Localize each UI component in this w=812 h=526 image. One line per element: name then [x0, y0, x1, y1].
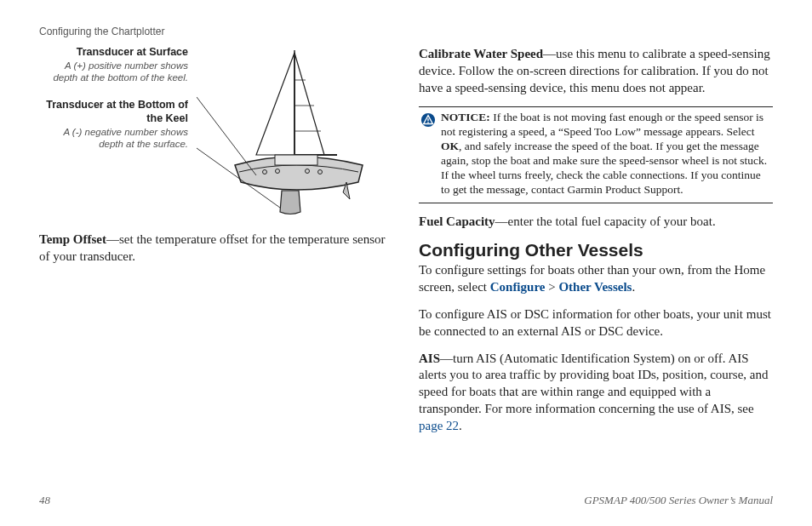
svg-line-10 — [197, 97, 256, 175]
section-heading-other-vessels: Configuring Other Vessels — [419, 240, 773, 260]
page: Configuring the Chartplotter Transducer … — [0, 0, 812, 526]
fuel-head: Fuel Capacity — [419, 214, 495, 228]
running-head: Configuring the Chartplotter — [39, 26, 773, 37]
calibrate-paragraph: Calibrate Water Speed—use this menu to c… — [419, 46, 773, 96]
figure-labels: Transducer at Surface A (+) positive num… — [39, 46, 188, 216]
ais-period: . — [459, 419, 462, 432]
left-column: Transducer at Surface A (+) positive num… — [39, 46, 393, 445]
label-surface-sub: A (+) positive number shows depth at the… — [39, 60, 188, 84]
label-keel-title: Transducer at the Bottom of the Keel — [39, 99, 188, 125]
temp-offset-paragraph: Temp Offset—set the temperature offset f… — [39, 232, 393, 266]
calibrate-head: Calibrate Water Speed — [419, 47, 543, 60]
ais-paragraph: AIS—turn AIS (Automatic Identification S… — [419, 351, 773, 435]
notice-ok: OK — [441, 140, 459, 152]
ais-body: —turn AIS (Automatic Identification Syst… — [419, 352, 768, 415]
notice-box: NOTICE: If the boat is not moving fast e… — [419, 106, 773, 203]
page-22-link[interactable]: page 22 — [419, 419, 459, 432]
label-surface-title: Transducer at Surface — [39, 46, 188, 60]
columns: Transducer at Surface A (+) positive num… — [39, 46, 773, 445]
sailboat-diagram-icon — [197, 46, 392, 216]
intro-period: . — [632, 280, 635, 294]
intro-gt: > — [545, 280, 558, 294]
page-footer: 48 GPSMAP 400/500 Series Owner’s Manual — [39, 494, 773, 507]
notice-head: NOTICE: — [441, 111, 490, 123]
transducer-figure: Transducer at Surface A (+) positive num… — [39, 46, 393, 216]
other-vessels-intro-1: To configure settings for boats other th… — [419, 262, 773, 296]
doc-title: GPSMAP 400/500 Series Owner’s Manual — [584, 494, 773, 507]
menu-configure: Configure — [490, 280, 546, 294]
warning-triangle-icon — [420, 112, 436, 128]
label-keel-sub: A (-) negative number shows depth at the… — [39, 126, 188, 151]
fuel-paragraph: Fuel Capacity—enter the total fuel capac… — [419, 214, 773, 231]
menu-other-vessels: Other Vessels — [558, 280, 632, 294]
notice-body-2: , and safely increase the speed of the b… — [441, 140, 767, 196]
page-number: 48 — [39, 494, 50, 507]
right-column: Calibrate Water Speed—use this menu to c… — [419, 46, 773, 445]
notice-body-1: If the boat is not moving fast enough or… — [441, 111, 763, 138]
fuel-body: —enter the total fuel capacity of your b… — [495, 214, 716, 228]
temp-offset-head: Temp Offset — [39, 232, 106, 246]
other-vessels-intro-2: To configure AIS or DSC information for … — [419, 306, 773, 340]
svg-rect-5 — [275, 155, 317, 165]
notice-text: NOTICE: If the boat is not moving fast e… — [441, 111, 771, 197]
svg-point-14 — [427, 122, 429, 123]
ais-head: AIS — [419, 352, 440, 365]
